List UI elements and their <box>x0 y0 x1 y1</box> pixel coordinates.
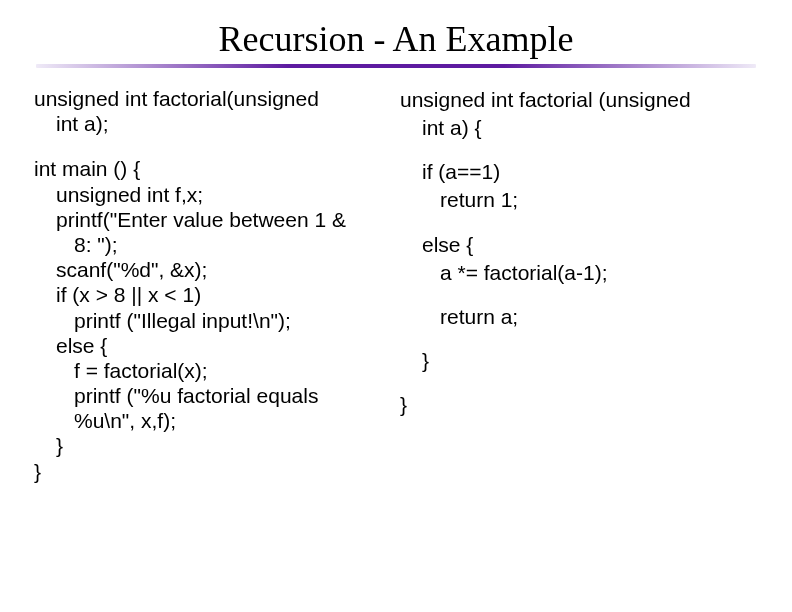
code-line: unsigned int factorial(unsigned <box>34 86 374 111</box>
code-line: if (x > 8 || x < 1) <box>34 282 374 307</box>
code-line: } <box>34 433 374 458</box>
code-line: } <box>34 459 374 484</box>
code-line: 8: "); <box>34 232 374 257</box>
code-line: int main () { <box>34 156 374 181</box>
content-columns: unsigned int factorial(unsigned int a); … <box>34 86 758 504</box>
code-block-func-sig: unsigned int factorial (unsigned int a) … <box>400 86 758 142</box>
code-line: %u\n", x,f); <box>34 408 374 433</box>
right-column: unsigned int factorial (unsigned int a) … <box>400 86 758 504</box>
code-line: if (a==1) <box>400 158 758 186</box>
code-line: printf("Enter value between 1 & <box>34 207 374 232</box>
code-line: unsigned int factorial (unsigned <box>400 86 758 114</box>
code-line: f = factorial(x); <box>34 358 374 383</box>
code-line: printf ("Illegal input!\n"); <box>34 308 374 333</box>
code-line: } <box>400 347 758 375</box>
code-line: printf ("%u factorial equals <box>34 383 374 408</box>
slide: Recursion - An Example unsigned int fact… <box>0 0 792 612</box>
code-line: unsigned int f,x; <box>34 182 374 207</box>
code-line: int a) { <box>400 114 758 142</box>
code-line: return a; <box>400 303 758 331</box>
code-line: scanf("%d", &x); <box>34 257 374 282</box>
code-block-main: int main () { unsigned int f,x; printf("… <box>34 156 374 483</box>
code-line: else { <box>400 231 758 259</box>
code-line: return 1; <box>400 186 758 214</box>
code-line: a *= factorial(a-1); <box>400 259 758 287</box>
code-line: else { <box>34 333 374 358</box>
slide-title: Recursion - An Example <box>34 18 758 60</box>
left-column: unsigned int factorial(unsigned int a); … <box>34 86 374 504</box>
code-line: int a); <box>34 111 374 136</box>
code-line: } <box>400 391 758 419</box>
code-block-prototype: unsigned int factorial(unsigned int a); <box>34 86 374 136</box>
title-divider <box>36 64 756 68</box>
